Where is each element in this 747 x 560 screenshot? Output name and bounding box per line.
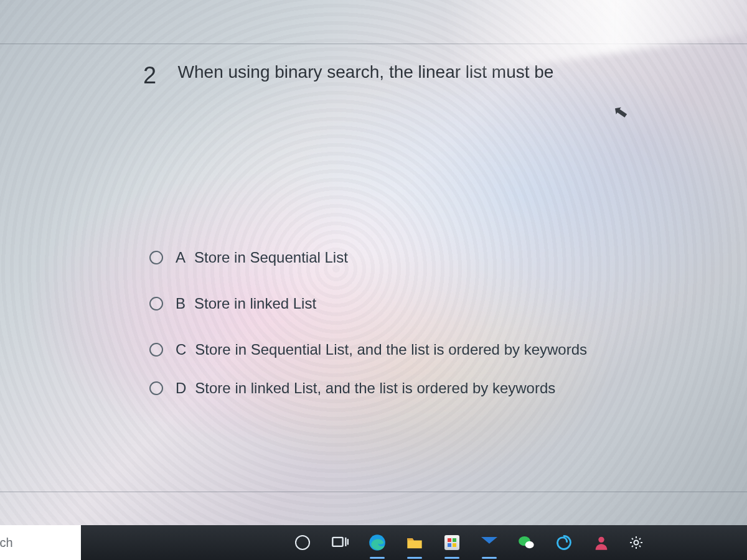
person-app-icon[interactable] [591, 533, 611, 553]
settings-icon[interactable] [629, 535, 644, 550]
taskbar-icons [293, 533, 644, 553]
edge-icon[interactable] [367, 533, 387, 553]
svg-point-5 [525, 541, 534, 549]
svg-point-7 [634, 541, 639, 545]
svg-rect-0 [332, 538, 342, 546]
divider-bottom [0, 492, 747, 492]
spiral-app-icon[interactable] [554, 533, 574, 553]
option-b[interactable]: B Store in linked List [149, 295, 710, 312]
microsoft-store-icon[interactable] [442, 533, 462, 553]
options-list: A Store in Sequential List B Store in li… [149, 249, 710, 397]
mouse-cursor-icon: ⬉ [611, 100, 629, 123]
option-letter: D [176, 380, 186, 397]
file-explorer-icon[interactable] [405, 533, 425, 553]
option-letter: B [176, 295, 186, 312]
option-letter: C [176, 341, 186, 358]
question-number: 2 [143, 62, 156, 89]
radio-icon[interactable] [149, 381, 163, 395]
option-letter: A [176, 249, 186, 266]
taskbar-search[interactable]: ere to search [0, 525, 81, 560]
option-d[interactable]: D Store in linked List, and the list is … [149, 380, 710, 397]
radio-icon[interactable] [149, 343, 163, 357]
task-view-icon[interactable] [330, 533, 350, 553]
mail-icon[interactable] [479, 533, 499, 553]
option-text: Store in linked List [194, 295, 316, 312]
option-text: Store in Sequential List [194, 249, 348, 266]
search-placeholder: ere to search [0, 536, 13, 550]
option-a[interactable]: A Store in Sequential List [149, 249, 710, 266]
question-block: 2 When using binary search, the linear l… [143, 62, 697, 89]
option-text: Store in linked List, and the list is or… [195, 380, 555, 397]
radio-icon[interactable] [149, 297, 163, 310]
svg-point-6 [598, 537, 604, 543]
taskbar: ere to search [0, 525, 747, 560]
option-c[interactable]: C Store in Sequential List, and the list… [149, 341, 710, 358]
wechat-icon[interactable] [517, 533, 537, 553]
radio-icon[interactable] [149, 251, 163, 264]
cortana-icon[interactable] [293, 533, 312, 553]
question-text: When using binary search, the linear lis… [178, 62, 554, 82]
divider-top [0, 44, 747, 44]
option-text: Store in Sequential List, and the list i… [195, 341, 587, 358]
